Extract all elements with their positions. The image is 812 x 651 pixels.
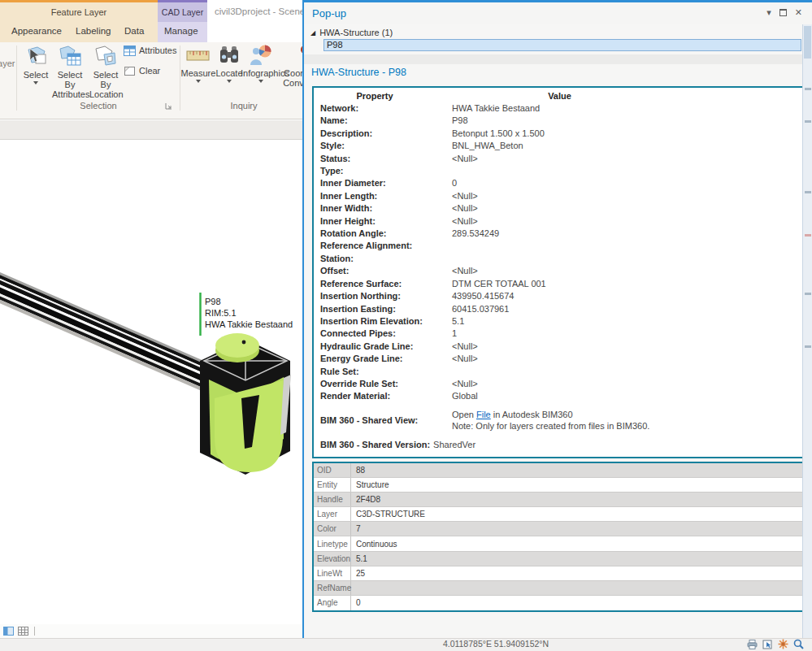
property-table: Property Value Network:HWA Takkie Bestaa… (312, 86, 805, 458)
property-row: Network:HWA Takkie Bestaand (314, 102, 803, 115)
property-value: P98 (452, 115, 468, 127)
cad-attribute-value: 25 (351, 566, 365, 580)
inquiry-group-label: Inquiry (183, 101, 305, 111)
cad-attribute-row: LinetypeContinuous (314, 536, 803, 551)
property-row: Inner Length:<Null> (314, 190, 803, 202)
property-row: Connected Pipes:1 (314, 328, 803, 340)
property-value: <Null> (452, 265, 478, 277)
cad-attribute-label: RefName (314, 581, 351, 595)
clipped-layer-button[interactable]: Layer (0, 59, 15, 68)
property-row: Insertion Northing:439950.415674 (314, 290, 803, 302)
property-row: Hydraulic Grade Line:<Null> (314, 341, 803, 353)
tree-item-selected[interactable]: P98 (323, 39, 801, 51)
popup-tree-group-row[interactable]: ◢ HWA-Structure (1) (310, 28, 393, 37)
cad-attribute-value: 88 (351, 463, 365, 477)
property-value: <Null> (452, 215, 478, 228)
infographics-button[interactable]: Infographics (241, 44, 281, 83)
minibar-separator (34, 627, 35, 636)
locate-dropdown-arrow[interactable] (227, 80, 232, 83)
property-label: Network: (314, 102, 452, 115)
property-label: Name: (314, 115, 452, 127)
selection-dialog-launcher-icon[interactable] (165, 102, 173, 111)
scene-bottom-bar (0, 624, 302, 638)
bim-shared-view-row: BIM 360 - Shared View: Open File in Auto… (314, 409, 803, 432)
property-label: Override Rule Set: (314, 378, 452, 390)
structure-3d[interactable] (200, 333, 291, 475)
property-table-header: Property Value (314, 90, 803, 102)
property-label: Rotation Angle: (314, 228, 452, 240)
property-value: 1 (452, 328, 457, 340)
popup-close-icon[interactable]: ✕ (795, 7, 802, 18)
popup-section-title: HWA-Structure - P98 (311, 67, 406, 78)
property-row: Render Material:Global (314, 390, 803, 402)
zoom-to-icon[interactable] (793, 639, 804, 649)
print-icon[interactable] (747, 640, 758, 649)
popup-scrollbar[interactable] (802, 24, 812, 638)
property-label: Inner Height: (314, 215, 452, 228)
header-value: Value (436, 90, 684, 102)
bim-view-note: Note: Only for layers created from files… (452, 421, 649, 431)
select-by-location-icon (93, 44, 118, 68)
property-label: Station: (314, 253, 452, 265)
flash-location-icon[interactable] (778, 639, 788, 649)
property-row: Description:Betonput 1.500 x 1.500 (314, 128, 803, 140)
property-label: Reference Surface: (314, 278, 452, 290)
bim-file-link[interactable]: File (476, 410, 491, 419)
select-features-icon[interactable] (762, 640, 773, 649)
header-property: Property (314, 90, 436, 102)
property-row: Station: (314, 253, 803, 265)
scrollbar-thumb[interactable] (804, 26, 811, 59)
property-value: <Null> (452, 378, 478, 390)
measure-dropdown-arrow[interactable] (196, 80, 201, 83)
select-dropdown-arrow[interactable] (33, 81, 38, 85)
cad-attribute-value: 2F4D8 (351, 493, 380, 506)
property-row: Insertion Easting:60415.037961 (314, 303, 803, 315)
tab-labeling[interactable]: Labeling (76, 26, 111, 36)
property-row: Style:BNL_HWA_Beton (314, 140, 803, 152)
tree-expander-icon[interactable]: ◢ (310, 29, 315, 37)
cad-attribute-row: EntityStructure (314, 478, 803, 493)
select-button[interactable]: Select (20, 44, 52, 85)
select-by-location-button[interactable]: Select By Location (89, 44, 122, 99)
cad-attribute-row: Color7 (314, 522, 803, 536)
popup-menu-chevron-icon[interactable]: ▾ (766, 7, 771, 18)
scene-viewport[interactable]: P98 RIM:5.1 HWA Takkie Bestaand (0, 140, 302, 624)
measure-icon (186, 44, 211, 67)
property-value: <Null> (452, 353, 478, 365)
feature-layer-title: Feature Layer (0, 7, 158, 17)
contextual-group-cad-layer: CAD Layer (158, 0, 207, 22)
infographics-dropdown-arrow[interactable] (258, 80, 263, 83)
property-label: Inner Width: (314, 202, 452, 215)
bim-shared-version-value: SharedVer (433, 440, 475, 449)
tab-data[interactable]: Data (124, 26, 144, 36)
ribbon-separator (16, 46, 17, 111)
property-row: Status:<Null> (314, 153, 803, 165)
property-value: Betonput 1.500 x 1.500 (452, 128, 545, 140)
property-value: <Null> (452, 202, 478, 215)
bim-shared-version-row: BIM 360 - Shared Version:SharedVer (314, 439, 803, 451)
cad-attribute-label: OID (314, 463, 351, 477)
attribute-table-icon[interactable] (18, 627, 28, 636)
clear-selection-button[interactable]: Clear (124, 63, 160, 78)
property-label: Rule Set: (314, 366, 452, 378)
overview-map-icon[interactable] (3, 627, 14, 636)
cad-attribute-label: Layer (314, 507, 351, 521)
cad-attribute-row: RefName (314, 581, 803, 596)
property-value: <Null> (452, 153, 478, 165)
callout-line1: P98 (205, 297, 221, 306)
tab-appearance[interactable]: Appearance (11, 26, 62, 36)
cad-attribute-row: LayerC3D-STRUCTURE (314, 507, 803, 522)
cad-attribute-value: C3D-STRUCTURE (351, 507, 425, 521)
property-label: Type: (314, 165, 452, 177)
arcgis-pro-window: Feature Layer CAD Layer Appearance Label… (0, 0, 812, 651)
popup-divider (304, 54, 812, 64)
measure-button[interactable]: Measure (180, 44, 216, 83)
select-by-attributes-icon (58, 44, 82, 68)
popup-float-icon[interactable] (779, 9, 787, 16)
tab-manage[interactable]: Manage (164, 26, 198, 36)
locate-button[interactable]: Locate (215, 44, 244, 83)
property-label: Inner Diameter: (314, 177, 452, 189)
select-by-attributes-button[interactable]: Select By Attributes (52, 44, 88, 99)
attributes-button[interactable]: Attributes (124, 43, 176, 58)
property-label: Insertion Easting: (314, 303, 452, 315)
